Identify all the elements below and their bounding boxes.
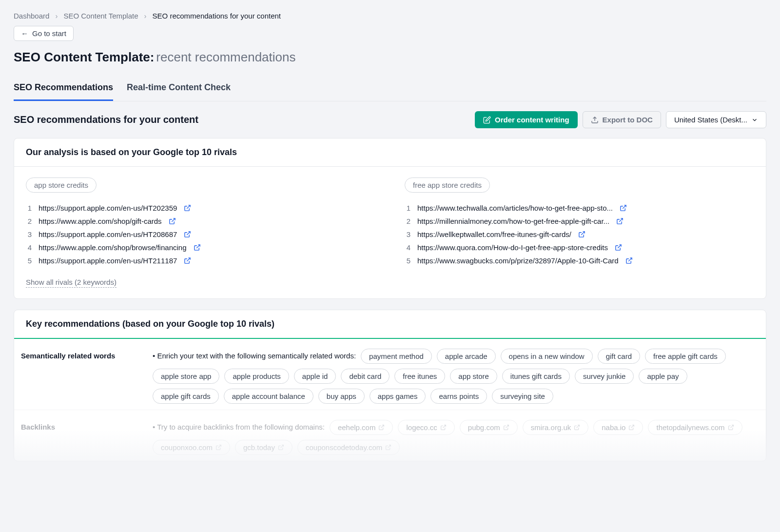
rival-url: https://wellkeptwallet.com/free-itunes-g… <box>417 230 571 238</box>
rival-url-item[interactable]: 5https://support.apple.com/en-us/HT21118… <box>26 254 375 267</box>
semantic-word-pill[interactable]: app store <box>450 369 497 384</box>
rival-rank: 3 <box>405 230 410 238</box>
page-title-main: SEO Content Template: <box>14 50 154 64</box>
backlink-domain-pill[interactable]: thetopdailynews.com <box>648 420 742 435</box>
rival-url-item[interactable]: 2https://www.apple.com/shop/gift-cards <box>26 215 375 228</box>
backlink-domain-pill[interactable]: couponxoo.com <box>153 440 230 455</box>
arrow-left-icon: ← <box>21 29 28 38</box>
svg-line-13 <box>506 425 508 428</box>
semantic-word-pill[interactable]: free apple gift cards <box>645 349 726 364</box>
edit-icon <box>483 116 491 124</box>
semantic-word-pill[interactable]: payment method <box>361 349 432 364</box>
semantic-word-pill[interactable]: buy apps <box>318 389 365 404</box>
semantic-word-pill[interactable]: apple products <box>224 369 289 384</box>
show-all-rivals-link[interactable]: Show all rivals (2 keywords) <box>26 278 117 288</box>
svg-line-5 <box>187 258 191 261</box>
breadcrumb: Dashboard › SEO Content Template › SEO r… <box>14 12 766 20</box>
external-link-icon <box>184 257 191 264</box>
svg-line-14 <box>577 425 580 428</box>
backlink-domain-pill[interactable]: naba.io <box>593 420 643 435</box>
breadcrumb-template[interactable]: SEO Content Template <box>63 12 138 20</box>
keyword-chip: free app store credits <box>405 177 490 193</box>
rival-rank: 1 <box>26 204 32 212</box>
tabs: SEO Recommendations Real-time Content Ch… <box>14 78 766 101</box>
export-doc-button[interactable]: Export to DOC <box>583 111 661 128</box>
svg-line-11 <box>381 425 384 428</box>
order-content-button[interactable]: Order content writing <box>475 111 578 128</box>
rival-url-item[interactable]: 3https://support.apple.com/en-us/HT20868… <box>26 228 375 241</box>
key-recommendations-card: Key recommendations (based on your Googl… <box>14 310 766 461</box>
external-link-icon <box>578 231 585 238</box>
semantic-word-pill[interactable]: itunes gift cards <box>502 369 570 384</box>
page-title: SEO Content Template: recent recommendat… <box>14 50 766 65</box>
semantic-word-pill[interactable]: apple gift cards <box>153 389 219 404</box>
semantic-intro: • Enrich your text with the following se… <box>153 352 356 360</box>
external-link-icon <box>378 424 385 431</box>
backlink-domain-pill[interactable]: couponscodetoday.com <box>297 440 400 455</box>
semantic-word-pill[interactable]: apps games <box>370 389 426 404</box>
backlink-domain-pill[interactable]: logeco.cc <box>398 420 454 435</box>
external-link-icon <box>616 217 624 225</box>
svg-line-8 <box>581 232 585 235</box>
semantic-word-pill[interactable]: earns points <box>430 389 487 404</box>
rivals-card-title: Our analysis is based on your Google top… <box>26 147 754 158</box>
external-link-icon <box>184 231 191 238</box>
country-select[interactable]: United States (Deskt... <box>666 111 766 128</box>
rival-url-item[interactable]: 4https://www.apple.com/shop/browse/finan… <box>26 241 375 254</box>
upload-icon <box>591 116 599 124</box>
rival-url: https://millennialmoney.com/how-to-get-f… <box>417 217 609 225</box>
backlink-domain-pill[interactable]: pubg.com <box>460 420 518 435</box>
external-link-icon <box>169 217 176 225</box>
tab-realtime-check[interactable]: Real-time Content Check <box>127 78 231 101</box>
external-link-icon <box>184 204 191 212</box>
rival-url-item[interactable]: 4https://www.quora.com/How-do-I-get-free… <box>405 241 754 254</box>
rival-url-item[interactable]: 1https://www.techwalla.com/articles/how-… <box>405 201 754 215</box>
svg-line-16 <box>730 425 733 428</box>
rival-url-item[interactable]: 3https://wellkeptwallet.com/free-itunes-… <box>405 228 754 241</box>
country-select-value: United States (Deskt... <box>674 116 747 124</box>
external-link-icon <box>628 424 635 431</box>
go-to-start-button[interactable]: ← Go to start <box>14 26 74 41</box>
semantic-word-pill[interactable]: gift card <box>598 349 640 364</box>
semantic-word-pill[interactable]: surveying site <box>492 389 553 404</box>
semantic-word-pill[interactable]: survey junkie <box>575 369 634 384</box>
semantic-word-pill[interactable]: apple arcade <box>437 349 496 364</box>
external-link-icon <box>278 444 284 451</box>
backlink-domain-pill[interactable]: gcb.today <box>235 440 292 455</box>
rivals-card: Our analysis is based on your Google top… <box>14 138 766 299</box>
svg-line-6 <box>623 205 626 209</box>
external-link-icon <box>728 424 734 431</box>
semantic-word-pill[interactable]: apple pay <box>639 369 687 384</box>
semantic-word-pill[interactable]: free itunes <box>394 369 445 384</box>
semantic-word-pill[interactable]: apple account balance <box>224 389 313 404</box>
rival-url: https://www.swagbucks.com/p/prize/32897/… <box>417 256 619 265</box>
breadcrumb-current: SEO recommendations for your content <box>153 12 281 20</box>
external-link-icon <box>503 424 509 431</box>
backlink-domain-pill[interactable]: eehelp.com <box>330 420 393 435</box>
svg-line-3 <box>187 232 191 235</box>
tab-seo-recommendations[interactable]: SEO Recommendations <box>14 78 113 101</box>
semantic-word-pill[interactable]: opens in a new window <box>501 349 593 364</box>
svg-line-17 <box>218 445 221 448</box>
rival-url-item[interactable]: 1https://support.apple.com/en-us/HT20235… <box>26 201 375 215</box>
breadcrumb-dashboard[interactable]: Dashboard <box>14 12 49 20</box>
external-link-icon <box>215 444 222 451</box>
semantic-word-pill[interactable]: apple store app <box>153 369 219 384</box>
chevron-right-icon: › <box>55 12 58 20</box>
svg-line-15 <box>631 425 634 428</box>
order-content-label: Order content writing <box>495 116 569 124</box>
backlink-domain-pill[interactable]: smira.org.uk <box>523 420 589 435</box>
svg-line-9 <box>618 245 621 248</box>
svg-line-7 <box>619 218 623 222</box>
external-link-icon <box>620 204 627 212</box>
export-doc-label: Export to DOC <box>603 116 653 124</box>
external-link-icon <box>385 444 391 451</box>
semantic-word-pill[interactable]: debit card <box>341 369 390 384</box>
rival-url-item[interactable]: 2https://millennialmoney.com/how-to-get-… <box>405 215 754 228</box>
rival-rank: 4 <box>405 243 410 252</box>
chevron-right-icon: › <box>144 12 147 20</box>
rivals-column: free app store credits1https://www.techw… <box>405 177 754 267</box>
rival-url: https://www.quora.com/How-do-I-get-free-… <box>417 243 608 252</box>
rival-url-item[interactable]: 5https://www.swagbucks.com/p/prize/32897… <box>405 254 754 267</box>
semantic-word-pill[interactable]: apple id <box>294 369 336 384</box>
